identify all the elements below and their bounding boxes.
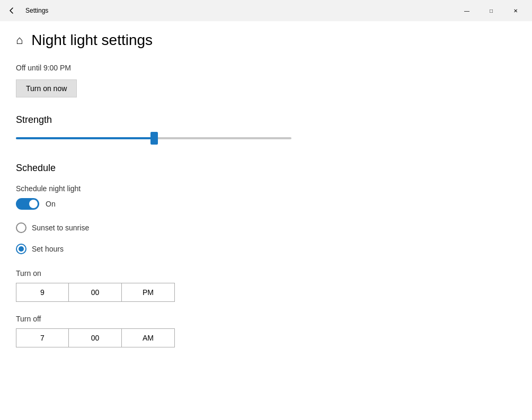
settings-window: Settings — □ ✕ ⌂ Night light settings Of…	[0, 0, 532, 420]
schedule-toggle[interactable]	[16, 198, 39, 210]
turn-on-label: Turn on	[16, 269, 516, 278]
slider-track-fill	[16, 137, 154, 139]
strength-section: Strength	[16, 114, 516, 144]
turn-on-now-button[interactable]: Turn on now	[16, 79, 77, 97]
radio-outer-sunset	[16, 222, 26, 233]
turn-off-hour[interactable]: 7	[16, 328, 69, 347]
turn-off-period[interactable]: AM	[122, 328, 175, 347]
turn-on-hour[interactable]: 9	[16, 283, 69, 302]
page-header: ⌂ Night light settings	[16, 32, 516, 49]
toggle-label: On	[46, 200, 56, 208]
turn-on-section: Turn on 9 00 PM	[16, 269, 516, 302]
status-text: Off until 9:00 PM	[16, 64, 516, 72]
radio-group: Sunset to sunrise Set hours	[16, 222, 516, 254]
radio-label-sethours: Set hours	[32, 245, 64, 253]
turn-on-input-row: 9 00 PM	[16, 283, 516, 302]
main-content: ⌂ Night light settings Off until 9:00 PM…	[0, 21, 532, 420]
turn-off-label: Turn off	[16, 315, 516, 323]
schedule-section: Schedule Schedule night light On Sunset …	[16, 163, 516, 347]
schedule-night-light-label: Schedule night light	[16, 184, 516, 193]
title-bar: Settings — □ ✕	[0, 0, 532, 21]
page-title: Night light settings	[31, 32, 153, 49]
turn-off-section: Turn off 7 00 AM	[16, 315, 516, 347]
radio-inner-sethours	[19, 246, 24, 252]
maximize-button[interactable]: □	[479, 0, 503, 21]
title-bar-left: Settings	[4, 3, 455, 18]
toggle-row: On	[16, 198, 516, 210]
turn-off-minute[interactable]: 00	[69, 328, 122, 347]
toggle-knob	[29, 200, 38, 208]
back-button[interactable]	[4, 3, 19, 18]
minimize-button[interactable]: —	[455, 0, 479, 21]
title-bar-controls: — □ ✕	[455, 0, 528, 21]
back-icon	[8, 7, 15, 14]
turn-on-period[interactable]: PM	[122, 283, 175, 302]
window-title: Settings	[25, 7, 48, 14]
slider-thumb[interactable]	[150, 132, 158, 145]
radio-sunset[interactable]: Sunset to sunrise	[16, 222, 516, 233]
radio-sethours[interactable]: Set hours	[16, 244, 516, 254]
radio-label-sunset: Sunset to sunrise	[32, 224, 89, 232]
turn-off-input-row: 7 00 AM	[16, 328, 516, 347]
schedule-heading: Schedule	[16, 163, 516, 174]
strength-label: Strength	[16, 114, 516, 126]
home-icon: ⌂	[16, 33, 23, 47]
turn-on-minute[interactable]: 00	[69, 283, 122, 302]
strength-slider[interactable]	[16, 133, 291, 144]
radio-outer-sethours	[16, 244, 26, 254]
close-button[interactable]: ✕	[503, 0, 528, 21]
